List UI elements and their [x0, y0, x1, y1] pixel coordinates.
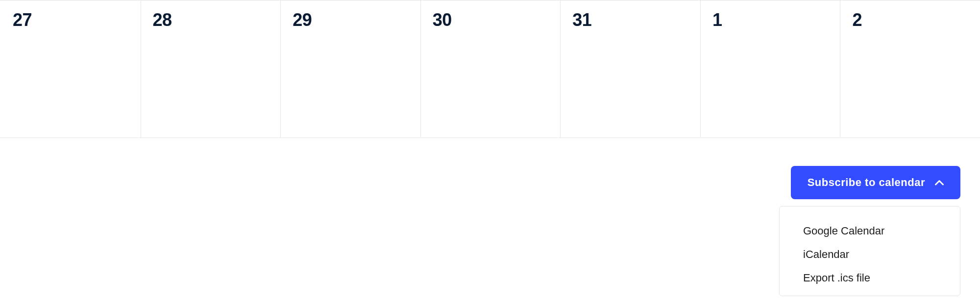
subscribe-dropdown-wrap: Subscribe to calendar Google Calendar iC… [779, 166, 960, 296]
subscribe-dropdown-panel: Google Calendar iCalendar Export .ics fi… [779, 206, 960, 296]
calendar-day-cell[interactable]: 31 [561, 0, 701, 138]
subscribe-to-calendar-button[interactable]: Subscribe to calendar [791, 166, 960, 199]
day-number: 28 [153, 11, 269, 29]
calendar-day-cell[interactable]: 30 [421, 0, 561, 138]
calendar-day-cell[interactable]: 28 [141, 0, 281, 138]
day-number: 2 [852, 11, 968, 29]
calendar-week-row: 27 28 29 30 31 1 2 [0, 0, 980, 138]
dropdown-item-google-calendar[interactable]: Google Calendar [780, 219, 960, 243]
day-number: 30 [433, 11, 549, 29]
day-number: 27 [13, 11, 129, 29]
calendar-day-cell[interactable]: 1 [701, 0, 841, 138]
dropdown-item-export-ics[interactable]: Export .ics file [780, 266, 960, 290]
calendar-day-cell[interactable]: 29 [281, 0, 421, 138]
day-number: 1 [712, 11, 829, 29]
calendar-day-cell[interactable]: 27 [0, 0, 141, 138]
day-number: 31 [572, 11, 688, 29]
subscribe-button-label: Subscribe to calendar [808, 176, 925, 189]
dropdown-item-icalendar[interactable]: iCalendar [780, 243, 960, 266]
day-number: 29 [293, 11, 409, 29]
calendar-day-cell[interactable]: 2 [840, 0, 980, 138]
chevron-up-icon [935, 180, 944, 186]
calendar-footer-area: Subscribe to calendar Google Calendar iC… [0, 138, 980, 302]
